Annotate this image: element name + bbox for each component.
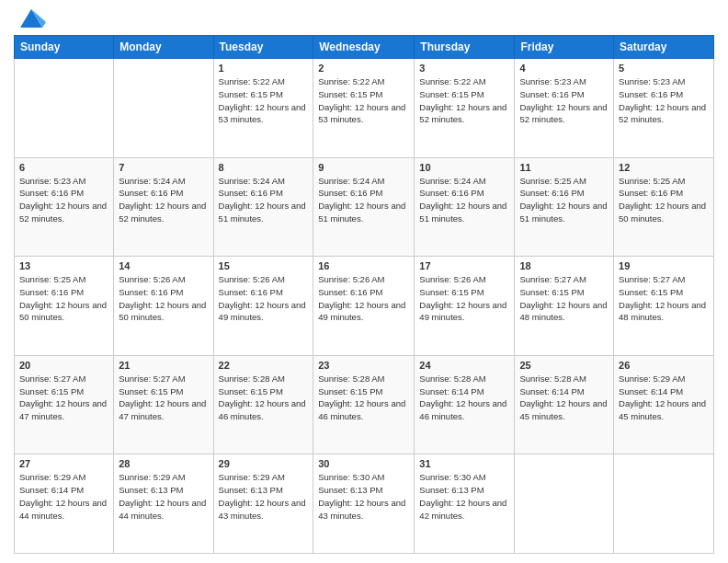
day-detail: Sunrise: 5:28 AMSunset: 6:15 PMDaylight:… <box>318 373 409 423</box>
day-cell <box>614 454 714 554</box>
week-row-1: 1Sunrise: 5:22 AMSunset: 6:15 PMDaylight… <box>15 59 714 158</box>
day-detail: Sunrise: 5:26 AMSunset: 6:16 PMDaylight:… <box>318 273 409 324</box>
day-detail: Sunrise: 5:27 AMSunset: 6:15 PMDaylight:… <box>19 373 108 423</box>
day-detail: Sunrise: 5:30 AMSunset: 6:13 PMDaylight:… <box>419 471 509 522</box>
day-detail: Sunrise: 5:28 AMSunset: 6:14 PMDaylight:… <box>519 373 609 423</box>
logo-icon <box>17 6 46 31</box>
day-cell: 17Sunrise: 5:26 AMSunset: 6:15 PMDayligh… <box>415 257 515 356</box>
day-detail: Sunrise: 5:28 AMSunset: 6:14 PMDaylight:… <box>419 373 509 423</box>
day-detail: Sunrise: 5:29 AMSunset: 6:13 PMDaylight:… <box>219 471 309 522</box>
week-row-4: 20Sunrise: 5:27 AMSunset: 6:15 PMDayligh… <box>15 355 714 454</box>
day-detail: Sunrise: 5:29 AMSunset: 6:14 PMDaylight:… <box>619 373 709 423</box>
page: SundayMondayTuesdayWednesdayThursdayFrid… <box>0 0 728 563</box>
day-number: 24 <box>419 360 509 371</box>
day-cell: 22Sunrise: 5:28 AMSunset: 6:15 PMDayligh… <box>213 355 313 454</box>
day-cell: 16Sunrise: 5:26 AMSunset: 6:16 PMDayligh… <box>313 257 415 356</box>
day-cell: 31Sunrise: 5:30 AMSunset: 6:13 PMDayligh… <box>415 454 515 554</box>
day-cell: 15Sunrise: 5:26 AMSunset: 6:16 PMDayligh… <box>213 257 313 356</box>
day-number: 13 <box>19 260 108 271</box>
day-number: 18 <box>519 260 609 271</box>
day-cell: 5Sunrise: 5:23 AMSunset: 6:16 PMDaylight… <box>614 59 714 158</box>
day-detail: Sunrise: 5:29 AMSunset: 6:14 PMDaylight:… <box>19 471 108 522</box>
day-detail: Sunrise: 5:27 AMSunset: 6:15 PMDaylight:… <box>119 373 208 423</box>
day-cell: 18Sunrise: 5:27 AMSunset: 6:15 PMDayligh… <box>515 257 614 356</box>
day-cell: 14Sunrise: 5:26 AMSunset: 6:16 PMDayligh… <box>114 257 213 356</box>
day-cell: 12Sunrise: 5:25 AMSunset: 6:16 PMDayligh… <box>614 157 714 257</box>
day-number: 28 <box>119 458 208 469</box>
day-number: 23 <box>318 360 409 371</box>
day-number: 21 <box>119 360 208 371</box>
day-number: 20 <box>19 360 108 371</box>
day-number: 3 <box>419 63 509 74</box>
logo <box>14 9 46 28</box>
day-number: 8 <box>219 162 309 173</box>
day-detail: Sunrise: 5:24 AMSunset: 6:16 PMDaylight:… <box>119 175 208 225</box>
day-detail: Sunrise: 5:22 AMSunset: 6:15 PMDaylight:… <box>219 75 309 126</box>
day-number: 12 <box>619 162 709 173</box>
week-row-5: 27Sunrise: 5:29 AMSunset: 6:14 PMDayligh… <box>15 454 714 554</box>
day-detail: Sunrise: 5:28 AMSunset: 6:15 PMDaylight:… <box>219 373 309 423</box>
day-number: 1 <box>219 63 309 74</box>
day-detail: Sunrise: 5:24 AMSunset: 6:16 PMDaylight:… <box>219 175 309 225</box>
day-number: 25 <box>519 360 609 371</box>
day-detail: Sunrise: 5:27 AMSunset: 6:15 PMDaylight:… <box>619 273 709 324</box>
day-detail: Sunrise: 5:25 AMSunset: 6:16 PMDaylight:… <box>619 175 709 225</box>
day-detail: Sunrise: 5:25 AMSunset: 6:16 PMDaylight:… <box>19 273 108 324</box>
day-cell: 4Sunrise: 5:23 AMSunset: 6:16 PMDaylight… <box>515 59 614 158</box>
day-header-friday: Friday <box>515 36 614 59</box>
day-detail: Sunrise: 5:29 AMSunset: 6:13 PMDaylight:… <box>119 471 208 522</box>
header <box>14 9 714 28</box>
day-header-sunday: Sunday <box>15 36 114 59</box>
day-cell: 10Sunrise: 5:24 AMSunset: 6:16 PMDayligh… <box>415 157 515 257</box>
day-number: 22 <box>219 360 309 371</box>
day-detail: Sunrise: 5:23 AMSunset: 6:16 PMDaylight:… <box>19 175 108 225</box>
day-number: 10 <box>419 162 509 173</box>
day-detail: Sunrise: 5:23 AMSunset: 6:16 PMDaylight:… <box>519 75 609 126</box>
day-number: 26 <box>619 360 709 371</box>
day-cell: 21Sunrise: 5:27 AMSunset: 6:15 PMDayligh… <box>114 355 213 454</box>
calendar: SundayMondayTuesdayWednesdayThursdayFrid… <box>14 35 714 554</box>
day-cell: 8Sunrise: 5:24 AMSunset: 6:16 PMDaylight… <box>213 157 313 257</box>
day-detail: Sunrise: 5:24 AMSunset: 6:16 PMDaylight:… <box>318 175 409 225</box>
day-number: 19 <box>619 260 709 271</box>
day-number: 2 <box>318 63 409 74</box>
day-number: 9 <box>318 162 409 173</box>
day-number: 30 <box>318 458 409 469</box>
week-row-3: 13Sunrise: 5:25 AMSunset: 6:16 PMDayligh… <box>15 257 714 356</box>
day-number: 11 <box>519 162 609 173</box>
day-header-wednesday: Wednesday <box>313 36 415 59</box>
day-cell: 9Sunrise: 5:24 AMSunset: 6:16 PMDaylight… <box>313 157 415 257</box>
week-row-2: 6Sunrise: 5:23 AMSunset: 6:16 PMDaylight… <box>15 157 714 257</box>
day-detail: Sunrise: 5:23 AMSunset: 6:16 PMDaylight:… <box>619 75 709 126</box>
day-cell: 13Sunrise: 5:25 AMSunset: 6:16 PMDayligh… <box>15 257 114 356</box>
day-cell: 6Sunrise: 5:23 AMSunset: 6:16 PMDaylight… <box>15 157 114 257</box>
day-detail: Sunrise: 5:26 AMSunset: 6:16 PMDaylight:… <box>119 273 208 324</box>
day-cell <box>15 59 114 158</box>
day-cell: 27Sunrise: 5:29 AMSunset: 6:14 PMDayligh… <box>15 454 114 554</box>
day-cell: 29Sunrise: 5:29 AMSunset: 6:13 PMDayligh… <box>213 454 313 554</box>
day-cell: 19Sunrise: 5:27 AMSunset: 6:15 PMDayligh… <box>614 257 714 356</box>
day-cell: 20Sunrise: 5:27 AMSunset: 6:15 PMDayligh… <box>15 355 114 454</box>
day-cell: 11Sunrise: 5:25 AMSunset: 6:16 PMDayligh… <box>515 157 614 257</box>
day-cell: 3Sunrise: 5:22 AMSunset: 6:15 PMDaylight… <box>415 59 515 158</box>
day-number: 17 <box>419 260 509 271</box>
day-header-tuesday: Tuesday <box>213 36 313 59</box>
day-detail: Sunrise: 5:22 AMSunset: 6:15 PMDaylight:… <box>318 75 409 126</box>
day-cell: 30Sunrise: 5:30 AMSunset: 6:13 PMDayligh… <box>313 454 415 554</box>
day-number: 15 <box>219 260 309 271</box>
day-detail: Sunrise: 5:22 AMSunset: 6:15 PMDaylight:… <box>419 75 509 126</box>
day-cell: 1Sunrise: 5:22 AMSunset: 6:15 PMDaylight… <box>213 59 313 158</box>
day-number: 14 <box>119 260 208 271</box>
day-cell <box>114 59 213 158</box>
day-header-thursday: Thursday <box>415 36 515 59</box>
day-number: 6 <box>19 162 108 173</box>
day-number: 29 <box>219 458 309 469</box>
day-cell: 2Sunrise: 5:22 AMSunset: 6:15 PMDaylight… <box>313 59 415 158</box>
day-number: 5 <box>619 63 709 74</box>
day-cell: 24Sunrise: 5:28 AMSunset: 6:14 PMDayligh… <box>415 355 515 454</box>
day-cell: 26Sunrise: 5:29 AMSunset: 6:14 PMDayligh… <box>614 355 714 454</box>
day-number: 7 <box>119 162 208 173</box>
day-detail: Sunrise: 5:24 AMSunset: 6:16 PMDaylight:… <box>419 175 509 225</box>
day-detail: Sunrise: 5:26 AMSunset: 6:15 PMDaylight:… <box>419 273 509 324</box>
day-number: 27 <box>19 458 108 469</box>
